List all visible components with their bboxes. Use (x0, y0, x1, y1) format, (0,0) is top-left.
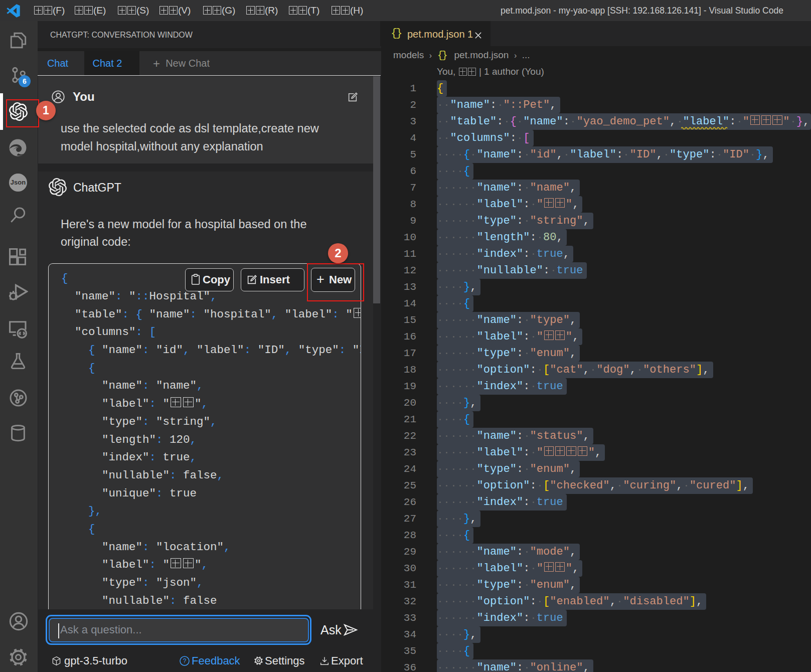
svg-text:?: ? (183, 657, 187, 664)
